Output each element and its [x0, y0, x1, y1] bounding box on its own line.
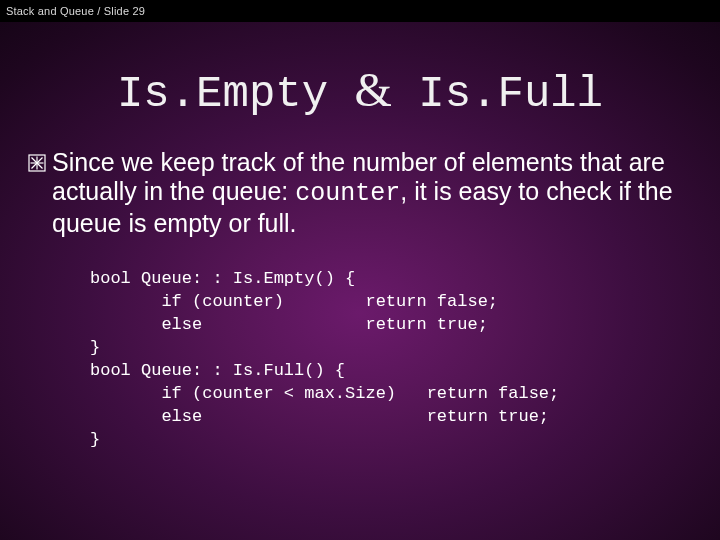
title-ampersand: &: [355, 63, 392, 116]
code-line-1: bool Queue: : Is.Empty() {: [90, 269, 355, 288]
slide-header: Stack and Queue / Slide 29: [0, 0, 720, 22]
title-right: Is.Full: [392, 69, 603, 119]
code-line-2: if (counter) return false;: [90, 292, 498, 311]
bullet-item: Since we keep track of the number of ele…: [28, 148, 700, 237]
asterisk-icon: [28, 154, 46, 172]
bullet-mono: counter: [295, 179, 400, 208]
code-line-7: else return true;: [90, 407, 549, 426]
title-left: Is.Empty: [117, 69, 328, 119]
code-line-6: if (counter < max.Size) return false;: [90, 384, 559, 403]
slide-title: Is.Empty & Is.Full: [0, 62, 720, 119]
code-line-5: bool Queue: : Is.Full() {: [90, 361, 345, 380]
code-line-3: else return true;: [90, 315, 488, 334]
code-line-4: }: [90, 338, 100, 357]
code-block: bool Queue: : Is.Empty() { if (counter) …: [90, 268, 690, 452]
bullet-text: Since we keep track of the number of ele…: [52, 148, 700, 237]
code-line-8: }: [90, 430, 100, 449]
body-content: Since we keep track of the number of ele…: [28, 148, 700, 237]
slide-header-text: Stack and Queue / Slide 29: [6, 5, 145, 17]
